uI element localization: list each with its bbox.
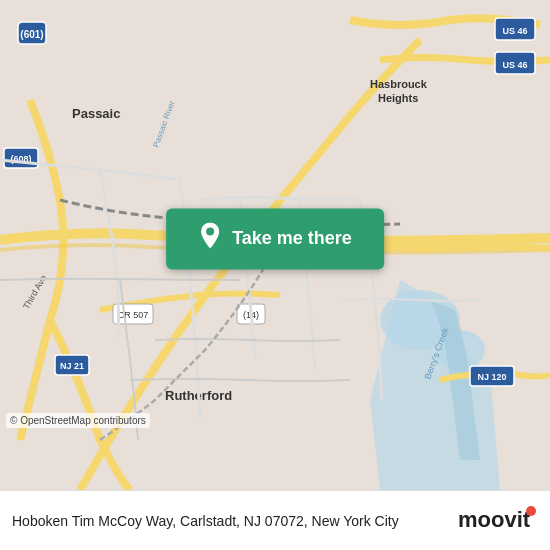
svg-text:moovit: moovit bbox=[458, 507, 531, 532]
openstreetmap-credit: © OpenStreetMap contributors bbox=[6, 413, 150, 428]
cta-button-container: Take me there bbox=[166, 208, 384, 269]
svg-text:CR 507: CR 507 bbox=[118, 310, 149, 320]
bottom-bar: Hoboken Tim McCoy Way, Carlstadt, NJ 070… bbox=[0, 490, 550, 550]
moovit-logo-text: moovit bbox=[458, 503, 538, 539]
svg-text:US 46: US 46 bbox=[502, 60, 527, 70]
svg-point-30 bbox=[526, 506, 536, 516]
svg-text:NJ 120: NJ 120 bbox=[477, 372, 506, 382]
svg-point-28 bbox=[206, 227, 214, 235]
svg-text:(601): (601) bbox=[20, 29, 43, 40]
address-text: Hoboken Tim McCoy Way, Carlstadt, NJ 070… bbox=[12, 513, 458, 529]
cta-button-label: Take me there bbox=[232, 228, 352, 249]
location-pin-icon bbox=[198, 222, 222, 255]
map-container: (601) US 46 US 46 (608) NJ 21 CR 507 (14… bbox=[0, 0, 550, 490]
credit-text: © OpenStreetMap contributors bbox=[10, 415, 146, 426]
moovit-logo: moovit bbox=[458, 503, 538, 539]
svg-text:NJ 21: NJ 21 bbox=[60, 361, 84, 371]
svg-text:Heights: Heights bbox=[378, 92, 418, 104]
svg-text:Hasbrouck: Hasbrouck bbox=[370, 78, 428, 90]
svg-text:Passaic: Passaic bbox=[72, 106, 120, 121]
svg-text:US 46: US 46 bbox=[502, 26, 527, 36]
take-me-there-button[interactable]: Take me there bbox=[166, 208, 384, 269]
